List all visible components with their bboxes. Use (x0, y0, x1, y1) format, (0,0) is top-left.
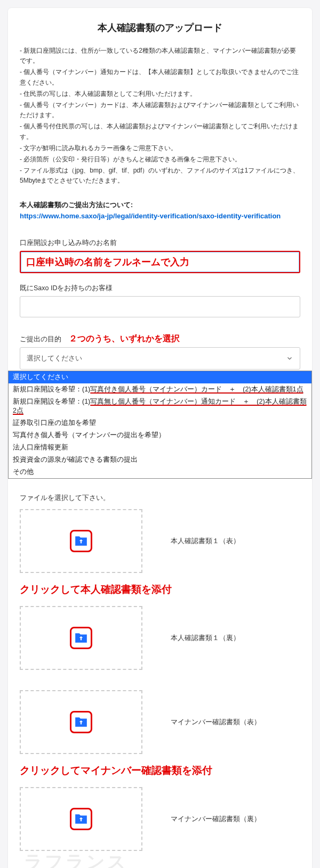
upload-mynumber-front-label: マイナンバー確認書類（表） (160, 717, 300, 727)
instruction-item: - 必須箇所（公安印・発行日等）がきちんと確認できる画像をご用意下さい。 (20, 154, 300, 165)
folder-upload-icon (70, 808, 92, 830)
dropdown-option-prefix: 新規口座開設を希望：(1) (13, 398, 90, 405)
instruction-item: - ファイル形式は（jpg、bmp、gif、tif、pdf）のいずれか、ファイル… (20, 166, 300, 186)
guide-heading: 本人確認書類のご提出方法について: (20, 201, 300, 210)
name-field-label: 口座開設お申し込み時のお名前 (20, 239, 300, 248)
instruction-item: - 個人番号付住民票の写しは、本人確認書類およびマイナンバー確認書類としてご利用… (20, 121, 300, 142)
upload-mynumber-back-label: マイナンバー確認書類（裏） (160, 814, 300, 824)
dropdown-option-prefix: 新規口座開設を希望：(1) (13, 386, 90, 393)
file-pick-label: ファイルを選択して下さい。 (20, 494, 300, 503)
folder-upload-icon (70, 530, 92, 552)
upload-doc1-front[interactable] (20, 509, 142, 573)
guide-link[interactable]: https://www.home.saxo/ja-jp/legal/identi… (20, 212, 300, 220)
annotation-mynumber-docs: クリックしてマイナンバー確認書類を添付 (20, 764, 300, 777)
instruction-item: - 個人番号（マイナンバー）通知カードは、【本人確認書類】としてお取扱いできませ… (20, 67, 300, 87)
chevron-down-icon (286, 355, 293, 362)
purpose-annotation: ２つのうち、いずれかを選択 (69, 333, 180, 345)
purpose-dropdown: 選択してください 新規口座開設を希望：(1)写真付き個人番号（マイナンバー）カー… (8, 371, 312, 479)
annotation-identity-docs: クリックして本人確認書類を添付 (20, 583, 300, 596)
dropdown-option[interactable]: 投資資金の源泉が確認できる書類の提出 (9, 454, 311, 466)
upload-doc1-back-label: 本人確認書類１（裏） (160, 633, 300, 643)
upload-mynumber-back[interactable] (20, 787, 142, 851)
instruction-item: - 文字が鮮明に読み取れるカラー画像をご用意下さい。 (20, 143, 300, 153)
page-title: 本人確認書類のアップロード (20, 21, 300, 34)
instruction-list: - 新規口座開設には、住所が一致している2種類の本人確認書類と、マイナンバー確認… (20, 46, 300, 186)
folder-upload-icon (70, 711, 92, 733)
instruction-item: - 個人番号（マイナンバー）カードは、本人確認書類およびマイナンバー確認書類とし… (20, 100, 300, 120)
purpose-select[interactable]: 選択してください (20, 347, 300, 370)
dropdown-option[interactable]: 選択してください (9, 371, 311, 383)
dropdown-option[interactable]: 新規口座開設を希望：(1)写真無し個人番号（マイナンバー）通知カード ＋ (2)… (9, 396, 311, 417)
instruction-item: - 住民票の写しは、本人確認書類としてご利用いただけます。 (20, 89, 300, 99)
folder-upload-icon (70, 627, 92, 649)
name-input[interactable] (20, 251, 300, 273)
upload-doc1-front-label: 本人確認書類１（表） (160, 536, 300, 546)
saxo-id-label: 既にSaxo IDをお持ちのお客様 (20, 284, 300, 293)
upload-mynumber-front[interactable] (20, 690, 142, 754)
instruction-item: - 新規口座開設には、住所が一致している2種類の本人確認書類と、マイナンバー確認… (20, 46, 300, 66)
saxo-id-input[interactable] (20, 296, 300, 317)
purpose-label: ご提出の目的 (20, 335, 61, 344)
dropdown-option[interactable]: 証券取引口座の追加を希望 (9, 417, 311, 429)
dropdown-option[interactable]: 新規口座開設を希望：(1)写真付き個人番号（マイナンバー）カード ＋ (2)本人… (9, 383, 311, 396)
dropdown-option-underline: 写真付き個人番号（マイナンバー）カード ＋ (2)本人確認書類1点 (90, 386, 303, 393)
purpose-select-value: 選択してください (27, 354, 82, 363)
dropdown-option[interactable]: 法人口座情報更新 (9, 441, 311, 454)
upload-doc1-back[interactable] (20, 606, 142, 670)
dropdown-option[interactable]: その他 (9, 466, 311, 478)
dropdown-option[interactable]: 写真付き個人番号（マイナンバーの提出を希望） (9, 429, 311, 441)
